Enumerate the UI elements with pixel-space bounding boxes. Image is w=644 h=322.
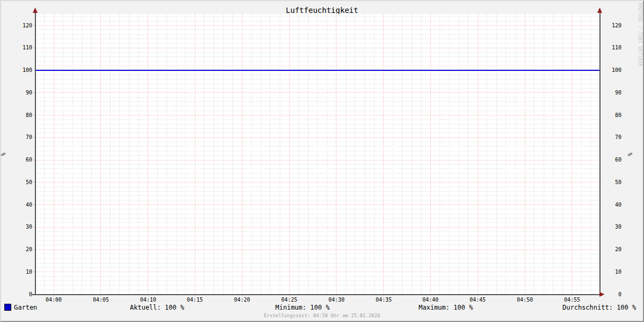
y-tick-label-right: 20	[601, 246, 621, 253]
x-tick-label: 04:15	[179, 296, 211, 303]
y-tick-label-left: 20	[12, 246, 32, 253]
x-tick-label: 04:55	[556, 296, 588, 303]
y-tick-label-right: 30	[601, 223, 621, 230]
y-tick-label-left: 100	[12, 67, 32, 74]
y-tick-label-left: 30	[12, 223, 32, 230]
y-tick-label-left: 40	[12, 201, 32, 208]
y-tick-label-right: 80	[601, 112, 621, 119]
x-tick-label: 04:00	[38, 296, 70, 303]
y-tick-label-right: 90	[601, 89, 621, 96]
x-tick-label: 04:25	[273, 296, 305, 303]
y-tick-label-left: 0	[12, 291, 32, 298]
x-tick-label: 04:10	[132, 296, 164, 303]
y-tick-label-right: 70	[601, 134, 621, 141]
stat-maximum: Maximum: 100 %	[419, 304, 473, 311]
y-tick-label-right: 10	[601, 268, 621, 275]
series-color-swatch	[4, 304, 11, 311]
y-tick-label-left: 90	[12, 89, 32, 96]
x-tick-label: 04:45	[462, 296, 494, 303]
y-axis-unit-right: %	[627, 152, 633, 156]
y-tick-label-right: 50	[601, 179, 621, 186]
y-tick-label-right: 110	[601, 44, 621, 51]
y-axis-unit-left: %	[1, 152, 6, 156]
y-tick-label-right: 60	[601, 156, 621, 163]
y-tick-label-right: 0	[601, 291, 621, 298]
y-tick-label-left: 110	[12, 44, 32, 51]
y-tick-label-left: 120	[12, 22, 32, 29]
stat-aktuell: Aktuell: 100 %	[130, 304, 184, 311]
y-tick-label-left: 80	[12, 112, 32, 119]
stat-minimum: Minimum: 100 %	[275, 304, 330, 311]
y-tick-label-right: 100	[601, 67, 621, 74]
plot-area	[0, 0, 644, 322]
x-tick-label: 04:35	[368, 296, 400, 303]
y-tick-label-left: 50	[12, 179, 32, 186]
x-tick-label: 04:50	[509, 296, 541, 303]
x-tick-label: 04:40	[414, 296, 447, 303]
y-tick-label-left: 70	[12, 134, 32, 141]
y-tick-label-right: 120	[601, 22, 621, 29]
creation-time: Erstellungszeit: 04:58 Uhr am 25.01.2026	[0, 313, 644, 318]
series-label: Garten	[14, 304, 37, 311]
x-tick-label: 04:20	[226, 296, 258, 303]
x-tick-label: 04:30	[320, 296, 353, 303]
y-tick-label-left: 10	[12, 268, 32, 275]
stat-durchschnitt: Durchschnitt: 100 %	[562, 304, 636, 311]
rrdtool-humidity-graph: Luftfeuchtigkeit RRDTOOL / TOBI OETIKER …	[0, 0, 644, 322]
x-tick-label: 04:05	[85, 296, 117, 303]
y-tick-label-right: 40	[601, 201, 621, 208]
y-tick-label-left: 60	[12, 156, 32, 163]
